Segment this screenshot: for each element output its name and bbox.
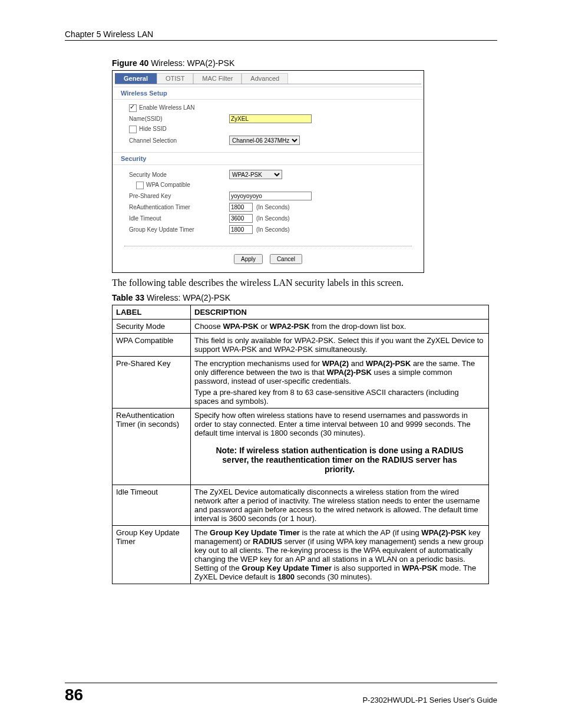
cell-desc: Choose WPA-PSK or WPA2-PSK from the drop… bbox=[191, 319, 489, 334]
cell-desc: The Group Key Update Timer is the rate a… bbox=[191, 526, 489, 584]
reauth-input[interactable] bbox=[229, 203, 253, 212]
table-row: ReAuthentication Timer (in seconds) Spec… bbox=[113, 409, 489, 485]
ssid-input[interactable] bbox=[229, 114, 312, 123]
enable-wlan-label: Enable Wireless LAN bbox=[139, 104, 194, 111]
tab-mac-filter[interactable]: MAC Filter bbox=[193, 73, 242, 84]
table-number: Table 33 bbox=[112, 293, 144, 302]
security-header: Security bbox=[113, 152, 424, 165]
group-key-label: Group Key Update Timer bbox=[113, 226, 229, 233]
cell-desc: This field is only available for WPA2-PS… bbox=[191, 334, 489, 357]
table-row: Group Key Update Timer The Group Key Upd… bbox=[113, 526, 489, 584]
note-text: Note: If wireless station authentication… bbox=[206, 446, 473, 474]
figure-number: Figure 40 bbox=[112, 58, 148, 68]
figure-title: Wireless: WPA(2)-PSK bbox=[148, 58, 234, 68]
table-row: Idle Timeout The ZyXEL Device automatica… bbox=[113, 485, 489, 526]
chapter-header: Chapter 5 Wireless LAN bbox=[65, 29, 497, 41]
cancel-button[interactable]: Cancel bbox=[270, 254, 302, 264]
reauth-unit: (In Seconds) bbox=[256, 204, 290, 210]
table-row: Security Mode Choose WPA-PSK or WPA2-PSK… bbox=[113, 319, 489, 334]
channel-select[interactable]: Channel-06 2437MHz bbox=[229, 136, 300, 145]
cell-desc: The encryption mechanisms used for WPA(2… bbox=[191, 357, 489, 409]
figure-caption: Figure 40 Wireless: WPA(2)-PSK bbox=[112, 58, 497, 68]
guide-name: P-2302HWUDL-P1 Series User's Guide bbox=[362, 696, 497, 704]
group-key-input[interactable] bbox=[229, 225, 253, 234]
ssid-label: Name(SSID) bbox=[113, 116, 229, 122]
tab-otist[interactable]: OTIST bbox=[157, 73, 193, 84]
cell-label: Security Mode bbox=[113, 319, 191, 334]
th-description: DESCRIPTION bbox=[191, 305, 489, 319]
idle-label: Idle Timeout bbox=[113, 215, 229, 222]
reauth-label: ReAuthentication Timer bbox=[113, 204, 229, 210]
page-footer: 86 P-2302HWUDL-P1 Series User's Guide bbox=[65, 683, 497, 704]
enable-wlan-checkbox[interactable] bbox=[129, 104, 137, 112]
psk-label: Pre-Shared Key bbox=[113, 193, 229, 199]
channel-label: Channel Selection bbox=[113, 137, 229, 144]
cell-label: Group Key Update Timer bbox=[113, 526, 191, 584]
cell-label: Pre-Shared Key bbox=[113, 357, 191, 409]
cell-desc: The ZyXEL Device automatically disconnec… bbox=[191, 485, 489, 526]
wpa-compat-checkbox[interactable] bbox=[136, 182, 144, 189]
table-caption: Table 33 Wireless: WPA(2)-PSK bbox=[112, 293, 497, 302]
security-mode-label: Security Mode bbox=[113, 172, 229, 178]
page-number: 86 bbox=[65, 686, 83, 704]
intro-text: The following table describes the wirele… bbox=[112, 278, 497, 288]
tab-bar: General OTIST MAC Filter Advanced bbox=[115, 73, 421, 84]
hide-ssid-checkbox[interactable] bbox=[129, 126, 137, 133]
wireless-config-figure: General OTIST MAC Filter Advanced Wirele… bbox=[112, 70, 424, 273]
psk-input[interactable] bbox=[229, 192, 312, 200]
idle-unit: (In Seconds) bbox=[256, 215, 290, 222]
table-row: WPA Compatible This field is only availa… bbox=[113, 334, 489, 357]
hide-ssid-label: Hide SSID bbox=[139, 126, 167, 132]
wireless-setup-header: Wireless Setup bbox=[113, 87, 424, 100]
tab-general[interactable]: General bbox=[115, 73, 157, 84]
th-label: LABEL bbox=[113, 305, 191, 319]
cell-label: WPA Compatible bbox=[113, 334, 191, 357]
cell-label: ReAuthentication Timer (in seconds) bbox=[113, 409, 191, 485]
table-title: Wireless: WPA(2)-PSK bbox=[144, 293, 230, 302]
wpa-compat-label: WPA Compatible bbox=[146, 182, 190, 188]
security-mode-select[interactable]: WPA2-PSK bbox=[229, 170, 282, 179]
tab-advanced[interactable]: Advanced bbox=[242, 73, 288, 84]
cell-desc: Specify how often wireless stations have… bbox=[191, 409, 489, 485]
idle-input[interactable] bbox=[229, 214, 253, 223]
description-table: LABEL DESCRIPTION Security Mode Choose W… bbox=[112, 305, 489, 584]
group-key-unit: (In Seconds) bbox=[256, 226, 290, 233]
apply-button[interactable]: Apply bbox=[234, 254, 263, 264]
cell-label: Idle Timeout bbox=[113, 485, 191, 526]
table-row: Pre-Shared Key The encryption mechanisms… bbox=[113, 357, 489, 409]
